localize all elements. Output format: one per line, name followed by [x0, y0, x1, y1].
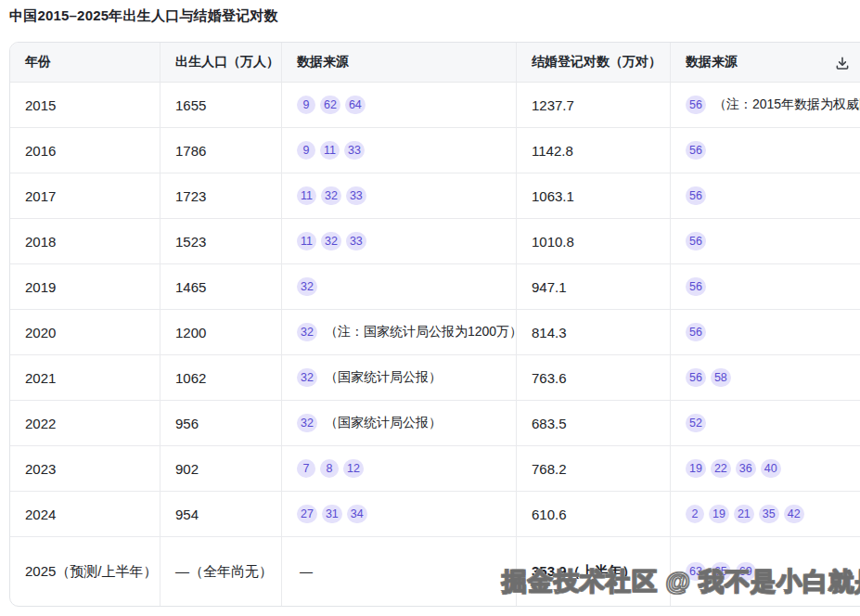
year-cell: 2020 [10, 310, 160, 354]
marriage-source-cell: 56（注：2015年数据为权威回溯 [671, 83, 860, 127]
column-header-year: 年份 [10, 43, 160, 82]
citation-badge[interactable]: 32 [297, 277, 317, 296]
marriage-source-cell: 52 [671, 401, 860, 445]
births-cell: 1655 [160, 83, 282, 127]
marriage-source-cell: 56 [671, 173, 860, 218]
table-body: 2015 1655 96264 1237.7 56（注：2015年数据为权威回溯… [10, 83, 860, 606]
births-cell: 1523 [160, 219, 282, 263]
citation-badge[interactable]: 2 [686, 505, 704, 523]
citation-badge[interactable]: 56 [686, 277, 706, 296]
year-cell: 2016 [10, 128, 160, 173]
birth-source-cell: 113233 [282, 173, 517, 218]
citation-badge[interactable]: 56 [686, 323, 706, 341]
citation-badge[interactable]: 19 [709, 505, 729, 523]
citation-badge[interactable]: 33 [346, 232, 366, 250]
citation-badge[interactable]: 21 [734, 505, 754, 523]
year-cell: 2025（预测/上半年） [10, 537, 160, 606]
marriage-source-cell: 219213542 [671, 492, 860, 536]
birth-source-cell: 32（国家统计局公报） [282, 401, 517, 445]
birth-source-cell: — [282, 537, 517, 606]
marriage-source-cell: 56 [671, 128, 860, 173]
year-cell: 2017 [10, 173, 160, 218]
table-row: 2015 1655 96264 1237.7 56（注：2015年数据为权威回溯 [10, 83, 860, 128]
citation-badge[interactable]: 35 [759, 505, 779, 523]
citation-badge[interactable]: 56 [686, 186, 706, 205]
citation-badge[interactable]: 19 [686, 459, 706, 478]
table-row: 2018 1523 113233 1010.8 56 [10, 219, 860, 264]
citation-badge[interactable]: 32 [321, 232, 341, 250]
citation-badge[interactable]: 32 [297, 368, 317, 387]
birth-source-cell: 273134 [282, 492, 517, 536]
citation-badge[interactable]: 11 [297, 186, 316, 205]
birth-source-cell: 32（国家统计局公报） [282, 355, 517, 400]
citation-badge[interactable]: 9 [297, 96, 315, 114]
marriage-source-cell: 56 [671, 264, 860, 309]
citation-badge[interactable]: 12 [343, 459, 364, 478]
marriages-cell: 947.1 [517, 264, 671, 309]
citation-badge[interactable]: 64 [345, 96, 366, 114]
year-cell: 2015 [10, 83, 160, 127]
citation-badge[interactable]: 22 [711, 459, 731, 478]
table-row: 2016 1786 91133 1142.8 56 [10, 128, 860, 173]
year-cell: 2022 [10, 401, 160, 445]
citation-badge[interactable]: 56 [686, 96, 706, 114]
birth-source-cell: 113233 [282, 219, 517, 263]
births-cell: 1465 [160, 264, 282, 309]
table-row: 2017 1723 113233 1063.1 56 [10, 173, 860, 219]
citation-badge[interactable]: 32 [321, 186, 341, 205]
table-row: 2022 956 32（国家统计局公报） 683.5 52 [10, 401, 860, 446]
births-cell: 1786 [160, 128, 282, 173]
download-button[interactable] [832, 53, 853, 73]
watermark: 掘金技术社区 @ 我不是小白就是我 [502, 565, 860, 598]
marriages-cell: 768.2 [517, 446, 671, 491]
birth-source-cell: 91133 [282, 128, 517, 173]
birth-source-cell: 32 [282, 264, 517, 309]
citation-badge[interactable]: 9 [297, 141, 315, 160]
citation-badge[interactable]: 27 [297, 505, 317, 523]
citation-badge[interactable]: 42 [784, 505, 804, 523]
births-cell: 1200 [160, 310, 282, 354]
year-cell: 2019 [10, 264, 160, 309]
citation-badge[interactable]: 11 [297, 232, 316, 250]
citation-badge[interactable]: 33 [346, 186, 366, 205]
column-header-birth-source: 数据来源 [282, 43, 517, 82]
year-cell: 2023 [10, 446, 160, 491]
table-row: 2021 1062 32（国家统计局公报） 763.6 5658 [10, 355, 860, 401]
citation-badge[interactable]: 8 [320, 459, 339, 478]
table-row: 2023 902 7812 768.2 19223640 [10, 446, 860, 492]
citation-badge[interactable]: 31 [322, 505, 342, 523]
citation-badge[interactable]: 33 [344, 141, 365, 160]
citation-badge[interactable]: 56 [686, 368, 706, 387]
marriages-cell: 814.3 [517, 310, 671, 354]
citation-badge[interactable]: 58 [711, 368, 731, 387]
births-cell: 902 [160, 446, 282, 491]
citation-badge[interactable]: 40 [761, 459, 781, 478]
marriage-source-cell: 56 [671, 310, 860, 354]
citation-badge[interactable]: 7 [297, 459, 315, 478]
marriages-cell: 1237.7 [517, 83, 671, 127]
table-header-row: 年份 出生人口（万人） 数据来源 结婚登记对数（万对） 数据来源 [10, 43, 860, 83]
births-cell: 1723 [160, 173, 282, 218]
citation-badge[interactable]: 11 [320, 141, 340, 160]
page-title: 中国2015–2025年出生人口与结婚登记对数 [9, 7, 278, 25]
birth-source-cell: 7812 [282, 446, 517, 491]
page: { "page": { "title": "中国2015–2025年出生人口与结… [0, 0, 860, 616]
table-row: 2020 1200 32（注：国家统计局公报为1200万） 814.3 56 [10, 310, 860, 355]
marriages-cell: 1063.1 [517, 173, 671, 218]
citation-badge[interactable]: 52 [686, 414, 706, 432]
births-cell: 1062 [160, 355, 282, 400]
marriages-cell: 1010.8 [517, 219, 671, 263]
citation-badge[interactable]: 32 [297, 323, 317, 341]
citation-badge[interactable]: 36 [736, 459, 756, 478]
marriages-cell: 763.6 [517, 355, 671, 400]
year-cell: 2024 [10, 492, 160, 536]
year-cell: 2021 [10, 355, 160, 400]
table-row: 2024 954 273134 610.6 219213542 [10, 492, 860, 537]
citation-badge[interactable]: 34 [347, 505, 367, 523]
citation-badge[interactable]: 56 [686, 232, 706, 250]
citation-badge[interactable]: 56 [686, 141, 706, 160]
citation-badge[interactable]: 32 [297, 414, 317, 432]
download-icon [834, 55, 851, 71]
citation-badge[interactable]: 62 [320, 96, 340, 114]
births-cell: 954 [160, 492, 282, 536]
